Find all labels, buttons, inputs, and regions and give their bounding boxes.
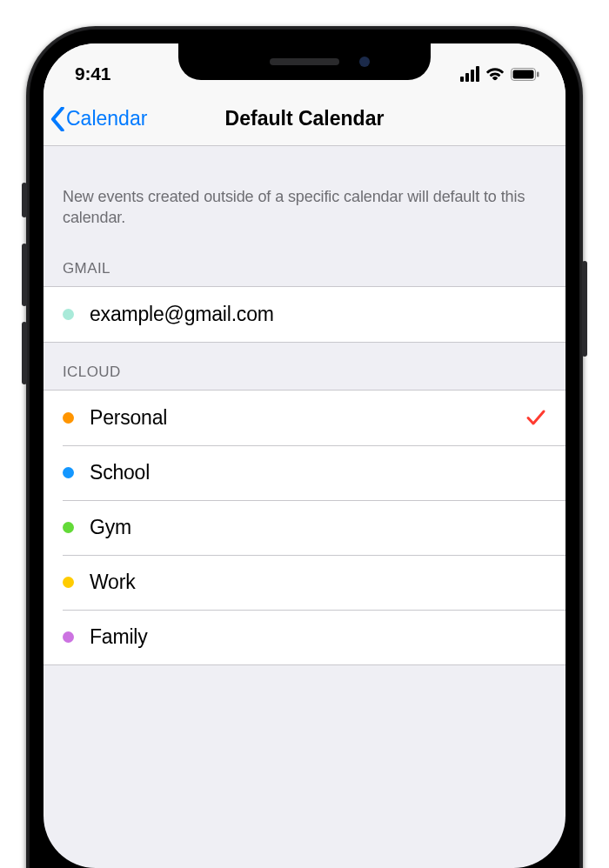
group-description: New events created outside of a specific… (44, 146, 566, 239)
calendar-row-label: School (90, 461, 150, 484)
calendar-list: example@gmail.com (44, 286, 566, 343)
volume-down-button (22, 322, 27, 384)
calendar-color-dot (63, 631, 74, 643)
mute-switch (22, 183, 27, 217)
navigation-bar: Calendar Default Calendar (44, 92, 566, 146)
calendar-row-label: Personal (90, 406, 167, 430)
calendar-row-label: Gym (90, 516, 131, 539)
screen: 9:41 Calendar Default Calendar New event… (44, 43, 566, 868)
content: New events created outside of a specific… (44, 146, 566, 665)
calendar-color-dot (63, 522, 74, 533)
calendar-row[interactable]: Family (44, 610, 566, 664)
status-indicators (460, 66, 539, 82)
side-button (582, 261, 587, 357)
calendar-row[interactable]: Gym (44, 500, 566, 555)
calendar-row[interactable]: Work (44, 555, 566, 610)
page-title: Default Calendar (225, 107, 385, 130)
svg-rect-2 (537, 71, 539, 77)
calendar-row-label: example@gmail.com (90, 303, 274, 326)
calendar-row[interactable]: Personal (44, 391, 566, 445)
calendar-color-dot (63, 309, 74, 320)
calendar-color-dot (63, 412, 74, 424)
calendar-row-label: Work (90, 571, 135, 594)
svg-rect-1 (513, 70, 534, 78)
cellular-signal-icon (460, 66, 479, 82)
chevron-left-icon (50, 107, 64, 131)
speaker-grille (270, 58, 339, 65)
front-camera (359, 57, 370, 67)
volume-up-button (22, 244, 27, 306)
calendar-color-dot (63, 467, 74, 478)
back-button[interactable]: Calendar (50, 107, 147, 131)
notch (178, 43, 431, 80)
calendar-row-label: Family (90, 625, 148, 649)
calendar-row[interactable]: example@gmail.com (44, 287, 566, 342)
group-header: GMAIL (44, 239, 566, 286)
group-header: ICLOUD (44, 343, 566, 390)
status-time: 9:41 (75, 63, 110, 84)
calendar-color-dot (63, 577, 74, 588)
checkmark-icon (525, 407, 546, 428)
back-button-label: Calendar (66, 107, 147, 130)
calendar-row[interactable]: School (44, 445, 566, 500)
calendar-list: PersonalSchoolGymWorkFamily (44, 390, 566, 665)
wifi-icon (485, 67, 505, 81)
battery-icon (511, 68, 539, 81)
